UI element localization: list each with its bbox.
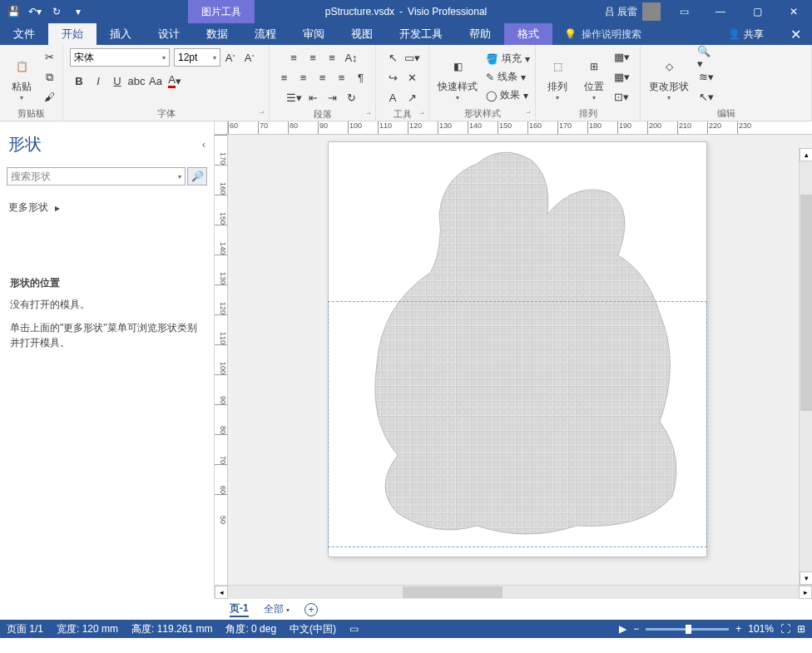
align-right-icon[interactable]: ≡ [314,68,332,87]
align-left-icon[interactable]: ≡ [275,68,294,87]
macro-recording-icon[interactable]: ▭ [349,623,359,635]
bullets-icon[interactable]: ☰▾ [285,88,303,106]
font-name-selector[interactable]: 宋体▾ [70,48,170,67]
pointer-tool-icon[interactable]: ↖ [384,48,402,67]
undo-icon[interactable]: ↶▾ [25,2,45,22]
hscroll-thumb[interactable] [403,586,503,598]
voxel-bunny-image[interactable] [352,147,693,538]
ribbon-display-options-icon[interactable]: ▭ [666,0,702,23]
effects-button[interactable]: ◯效果▾ [486,87,530,104]
tab-insert[interactable]: 插入 [97,23,145,45]
redo-icon[interactable]: ↻ [47,2,67,22]
all-pages-dropdown[interactable]: 全部 ▾ [264,602,290,616]
scroll-right-icon[interactable]: ▸ [799,586,812,599]
font-size-selector[interactable]: 12pt▾ [174,48,220,67]
tab-data[interactable]: 数据 [193,23,241,45]
connection-point-icon[interactable]: ✕ [403,68,421,87]
collapse-ribbon-icon[interactable]: ✕ [779,27,812,42]
language-indicator[interactable]: 中文(中国) [290,622,336,636]
arrange-button[interactable]: ⬚排列▾ [539,52,576,103]
quick-styles-button[interactable]: ◧ 快速样式▾ [433,52,483,103]
close-icon[interactable]: ✕ [775,0,812,23]
zoom-slider[interactable] [646,628,729,631]
line-button[interactable]: ✎线条▾ [486,69,530,86]
paste-button[interactable]: 📋 粘贴 ▾ [3,52,40,103]
save-icon[interactable]: 💾 [3,2,23,22]
collapse-pane-icon[interactable]: ‹ [202,139,205,151]
user-avatar[interactable] [642,2,661,21]
rectangle-tool-icon[interactable]: ▭▾ [403,48,421,67]
change-shape-button[interactable]: ◇更改形状▾ [644,52,694,103]
decrease-indent-icon[interactable]: ⇤ [304,88,322,106]
shapes-search-input[interactable]: 搜索形状 ▾ [7,167,186,186]
scroll-up-icon[interactable]: ▴ [800,148,812,161]
scroll-left-icon[interactable]: ◂ [215,586,228,599]
tell-me-search[interactable]: 💡 操作说明搜索 [552,27,641,42]
page-indicator[interactable]: 页面 1/1 [7,622,43,636]
search-button[interactable]: 🔎 [187,167,207,186]
tab-home[interactable]: 开始 [48,23,97,45]
bring-front-icon[interactable]: ▦▾ [612,48,631,67]
add-page-button[interactable]: + [304,603,318,616]
vscroll-thumb[interactable] [800,195,812,411]
find-icon[interactable]: 🔍▾ [697,48,715,67]
user-name[interactable]: 吕 辰雷 [605,5,637,19]
zoom-out-button[interactable]: − [633,623,639,635]
tab-process[interactable]: 流程 [241,23,290,45]
scroll-down-icon[interactable]: ▾ [800,571,812,585]
position-button[interactable]: ⊞位置▾ [576,52,612,103]
rotate-text-icon[interactable]: ↻ [342,88,360,106]
text-block-icon[interactable]: ¶ [352,68,370,87]
copy-icon[interactable]: ⧉ [40,68,58,87]
text-tool-icon[interactable]: A [384,88,402,106]
format-painter-icon[interactable]: 🖌 [40,88,58,106]
tab-format[interactable]: 格式 [504,23,552,45]
more-shapes-menu[interactable]: 更多形状▸ [0,189,214,226]
align-top-icon[interactable]: ≡ [285,48,303,67]
shrink-font-icon[interactable]: A˅ [240,48,259,67]
maximize-icon[interactable]: ▢ [739,0,775,23]
align-bottom-icon[interactable]: ≡ [323,48,341,67]
tab-file[interactable]: 文件 [0,23,48,45]
tab-review[interactable]: 审阅 [290,23,338,45]
zoom-level[interactable]: 101% [748,623,774,635]
group-icon[interactable]: ⊡▾ [612,88,631,106]
vertical-scrollbar[interactable]: ▴ ▾ [799,148,812,585]
align-center-icon[interactable]: ≡ [295,68,313,87]
no-stencil-text: 没有打开的模具。 [0,297,214,320]
connector-tool-icon[interactable]: ↪ [384,68,402,87]
minimize-icon[interactable]: — [702,0,739,23]
underline-button[interactable]: U [108,72,126,90]
page-tab-1[interactable]: 页-1 [230,601,249,617]
tab-view[interactable]: 视图 [338,23,386,45]
italic-button[interactable]: I [89,72,107,90]
drawing-viewport[interactable]: ▴ ▾ [228,135,812,585]
change-case-button[interactable]: Aa [146,72,165,90]
tab-help[interactable]: 帮助 [456,23,504,45]
align-middle-icon[interactable]: ≡ [304,48,322,67]
qat-more-icon[interactable]: ▾ [68,2,88,22]
select-icon[interactable]: ↖▾ [697,88,715,106]
line-tool-icon[interactable]: ↗ [403,88,421,106]
strikethrough-button[interactable]: abc [127,72,146,90]
grow-font-icon[interactable]: A˄ [221,48,240,67]
text-direction-icon[interactable]: A↕ [342,48,360,67]
layers-icon[interactable]: ≋▾ [697,68,715,87]
drawing-page[interactable] [328,141,707,557]
increase-indent-icon[interactable]: ⇥ [323,88,341,106]
presentation-mode-icon[interactable]: ▶ [619,623,626,635]
horizontal-scrollbar[interactable]: ◂ ▸ [215,585,812,598]
fit-page-icon[interactable]: ⛶ [780,623,790,635]
bold-button[interactable]: B [70,72,88,90]
search-dropdown-icon[interactable]: ▾ [178,173,181,181]
justify-icon[interactable]: ≡ [333,68,351,87]
share-button[interactable]: 👤 共享 [713,27,779,42]
zoom-in-button[interactable]: + [735,623,741,635]
send-back-icon[interactable]: ▦▾ [612,68,631,87]
font-color-button[interactable]: A▾ [166,72,184,90]
pan-zoom-window-icon[interactable]: ⊞ [797,623,805,635]
tab-developer[interactable]: 开发工具 [386,23,456,45]
fill-button[interactable]: 🪣填充▾ [486,51,530,67]
tab-design[interactable]: 设计 [145,23,193,45]
cut-icon[interactable]: ✂ [40,48,58,67]
